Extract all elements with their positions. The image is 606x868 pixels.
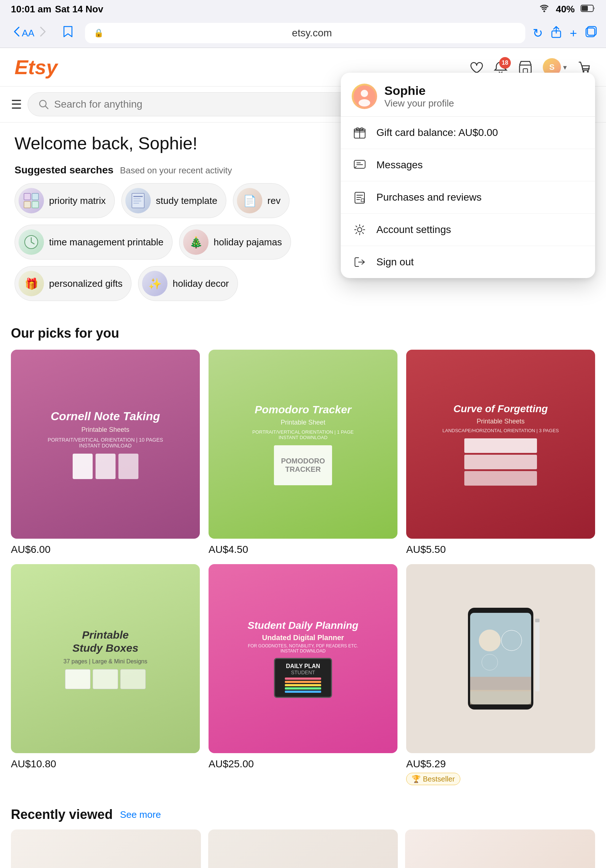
dropdown-menu: Sophie View your profile Gift card balan… (341, 73, 595, 278)
svg-point-42 (361, 90, 368, 97)
dropdown-avatar (352, 84, 377, 109)
purchases-icon (352, 191, 368, 204)
svg-point-49 (357, 228, 362, 232)
dropdown-item-messages[interactable]: Messages (341, 149, 595, 181)
gift-card-label: Gift card balance: AU$0.00 (376, 127, 498, 138)
dropdown-item-gift-card[interactable]: Gift card balance: AU$0.00 (341, 117, 595, 149)
svg-point-43 (359, 99, 370, 107)
signout-icon (352, 256, 368, 269)
dropdown-item-settings[interactable]: Account settings (341, 214, 595, 246)
messages-icon (352, 158, 368, 172)
dropdown-username: Sophie (384, 84, 454, 98)
dropdown-item-signout[interactable]: Sign out (341, 246, 595, 278)
gift-card-icon (352, 126, 368, 139)
dropdown-item-purchases[interactable]: Purchases and reviews (341, 181, 595, 214)
dropdown-header: Sophie View your profile (341, 73, 595, 116)
svg-rect-48 (361, 199, 364, 202)
signout-label: Sign out (376, 256, 414, 268)
dropdown-profile-link[interactable]: View your profile (384, 98, 454, 109)
dropdown-user-info: Sophie View your profile (384, 84, 454, 109)
settings-icon (352, 223, 368, 236)
settings-label: Account settings (376, 224, 451, 236)
messages-label: Messages (376, 159, 423, 171)
purchases-label: Purchases and reviews (376, 192, 481, 203)
